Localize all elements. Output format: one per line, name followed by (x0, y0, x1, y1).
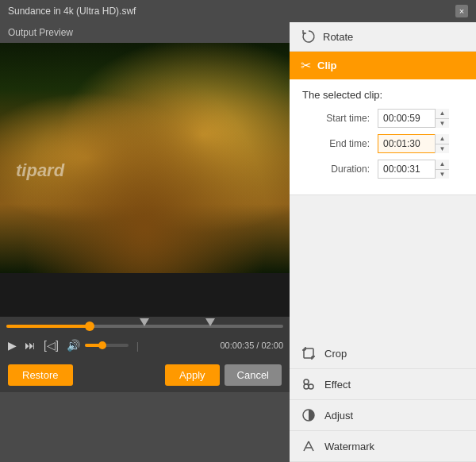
clip-row[interactable]: ✂ Clip (290, 52, 476, 79)
spacer (290, 195, 476, 338)
start-time-down[interactable]: ▼ (436, 119, 449, 129)
duration-up[interactable]: ▲ (436, 160, 449, 170)
seek-thumb[interactable] (85, 321, 94, 331)
start-time-up[interactable]: ▲ (436, 109, 449, 119)
step-forward-button[interactable]: ⏭ (23, 337, 37, 353)
time-display: 00:00:35 / 02:00 (220, 341, 283, 350)
clip-settings-title: The selected clip: (302, 89, 463, 101)
scissors-icon: ✂ (301, 58, 311, 73)
end-time-spinner: ▲ ▼ (435, 134, 449, 153)
main-content: Output Preview tipard ▶ ⏭ [◁] (0, 22, 476, 462)
volume-area: 🔊 (65, 337, 129, 353)
crop-label: Crop (324, 348, 347, 360)
clip-label: Clip (317, 60, 337, 71)
svg-line-9 (304, 441, 309, 451)
svg-point-5 (304, 379, 309, 384)
window-title: Sundance in 4k (Ultra HD).swf (8, 6, 136, 17)
right-panel: Rotate ✂ Clip The selected clip: Start t… (290, 22, 476, 462)
end-time-wrapper: ▲ ▼ (378, 134, 449, 153)
start-time-spinner: ▲ ▼ (435, 109, 449, 128)
start-time-wrapper: ▲ ▼ (378, 109, 449, 128)
adjust-row[interactable]: Adjust (290, 400, 476, 431)
seek-fill (6, 325, 90, 328)
rotate-row[interactable]: Rotate (290, 22, 476, 52)
end-time-up[interactable]: ▲ (436, 134, 449, 144)
restore-button[interactable]: Restore (8, 364, 73, 386)
video-thumbnail: tipard (0, 43, 290, 273)
left-panel: Output Preview tipard ▶ ⏭ [◁] (0, 22, 290, 462)
cancel-button[interactable]: Cancel (225, 364, 282, 386)
right-bottom-buttons: Apply Cancel (165, 364, 282, 386)
watermark-row[interactable]: Watermark (290, 431, 476, 462)
bottom-buttons: Restore Apply Cancel (0, 358, 290, 392)
watermark-icon (301, 438, 317, 454)
effect-row[interactable]: Effect (290, 369, 476, 400)
svg-point-6 (309, 384, 313, 389)
watermark-label: Watermark (324, 441, 374, 452)
rotate-icon (301, 29, 317, 44)
play-button[interactable]: ▶ (6, 337, 18, 353)
adjust-icon (301, 407, 317, 423)
duration-row: Duration: ▲ ▼ (302, 160, 463, 179)
volume-slider[interactable] (85, 344, 129, 347)
duration-down[interactable]: ▼ (436, 170, 449, 179)
clip-end-marker[interactable] (205, 318, 215, 326)
crop-row[interactable]: Crop (290, 338, 476, 369)
clip-settings: The selected clip: Start time: ▲ ▼ End t… (290, 79, 476, 195)
volume-thumb[interactable] (98, 341, 106, 349)
watermark-text: tipard (16, 160, 64, 181)
end-time-down[interactable]: ▼ (436, 144, 449, 154)
adjust-label: Adjust (324, 410, 353, 422)
seek-bar-container[interactable] (6, 320, 283, 333)
clip-range-button[interactable]: [◁] (42, 337, 60, 353)
effect-icon (301, 376, 317, 392)
volume-divider: | (136, 340, 139, 352)
duration-label: Duration: (302, 164, 370, 175)
playback-controls: ▶ ⏭ [◁] 🔊 | 00:00:35 / 02:00 (6, 334, 283, 356)
video-area: tipard (0, 43, 290, 273)
black-bar (0, 273, 290, 317)
effect-label: Effect (324, 379, 351, 391)
end-time-row: End time: ▲ ▼ (302, 134, 463, 153)
volume-button[interactable]: 🔊 (65, 337, 82, 353)
apply-button[interactable]: Apply (165, 364, 220, 386)
end-time-label: End time: (302, 138, 370, 149)
crop-icon (301, 345, 317, 361)
svg-line-10 (309, 441, 313, 451)
rotate-label: Rotate (323, 31, 353, 43)
controls-area: ▶ ⏭ [◁] 🔊 | 00:00:35 / 02:00 (0, 317, 290, 358)
close-button[interactable]: × (455, 5, 468, 17)
seek-bar[interactable] (6, 325, 283, 328)
start-time-row: Start time: ▲ ▼ (302, 109, 463, 128)
duration-spinner: ▲ ▼ (435, 160, 449, 179)
svg-point-7 (304, 384, 309, 389)
duration-wrapper: ▲ ▼ (378, 160, 449, 179)
output-preview-label: Output Preview (0, 22, 290, 43)
clip-start-marker[interactable] (140, 318, 149, 326)
start-time-label: Start time: (302, 113, 370, 124)
title-bar: Sundance in 4k (Ultra HD).swf × (0, 0, 476, 22)
